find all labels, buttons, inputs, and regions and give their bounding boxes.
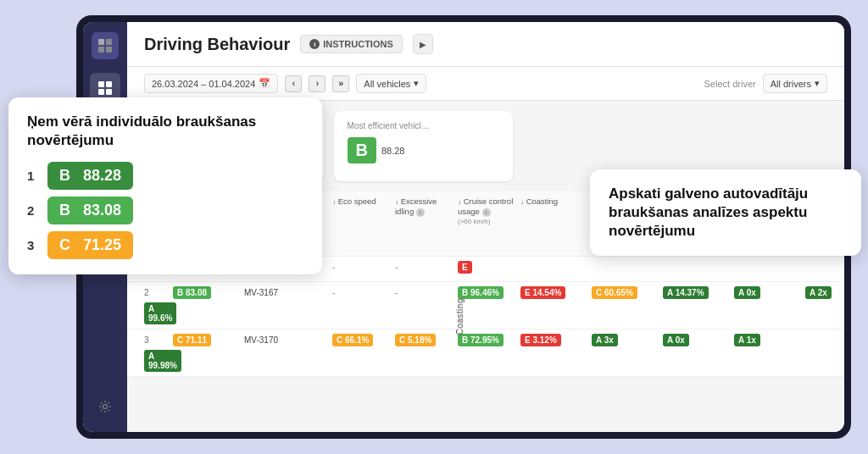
cell-score: B 83.08 (173, 286, 241, 299)
svg-rect-6 (98, 89, 104, 95)
efficient-grade-badge: B (348, 137, 376, 163)
cell-coasting: E 3.12% (520, 334, 588, 346)
sort-icon-cruise: ↓ (458, 198, 461, 206)
page-title: Driving Behaviour (144, 35, 290, 54)
rank-list: 1 B 88.28 2 B 83.08 3 C 71.25 (27, 162, 303, 259)
drivers-select[interactable]: All drivers ▾ (763, 74, 827, 93)
cell-idling: - (395, 263, 454, 272)
sidebar-logo (92, 32, 119, 59)
filter-bar: 26.03.2024 – 01.04.2024 📅 ‹ › » All vehi… (127, 67, 844, 101)
rank-item-1: 1 B 88.28 (27, 162, 303, 190)
cell-cruise: B 72.95% (458, 334, 517, 346)
col-coasting: ↓ Coasting (520, 197, 588, 226)
svg-rect-7 (106, 89, 112, 95)
date-range[interactable]: 26.03.2024 – 01.04.2024 📅 (144, 74, 278, 93)
tooltip-left: Ņem vērā individuālo braukšanas novērtēj… (8, 97, 322, 274)
svg-rect-2 (98, 47, 104, 53)
sidebar-icon-settings[interactable] (90, 391, 120, 422)
tooltip-right: Apskati galveno autovadītāju braukšanas … (590, 169, 861, 256)
cell-braking: C 60.65% (592, 286, 659, 299)
cell-green: A 2x (805, 286, 844, 299)
col-eco-speed: ↓ Eco speed (332, 197, 392, 226)
table-row[interactable]: 2 B 83.08 MV-3167 - - B 96.46% E 14.54% … (127, 282, 844, 329)
svg-rect-5 (106, 81, 112, 87)
table-row[interactable]: 3 C 71.11 MV-3170 C 66.1% C 5.18% B 72.9… (127, 329, 844, 377)
instructions-button[interactable]: i INSTRUCTIONS (300, 35, 403, 53)
chevron-down-icon-2: ▾ (815, 78, 820, 89)
cell-eco: C 66.1% (332, 334, 392, 346)
info-cruise-icon: i (482, 208, 491, 217)
col-cruise: ↓ Cruise control usage i (>60 km/h) (458, 197, 517, 226)
cell-eco: - (332, 263, 392, 272)
calendar-icon: 📅 (259, 78, 270, 89)
cell-coasting: E 14.54% (520, 286, 588, 299)
fast-forward-button[interactable]: » (332, 75, 349, 92)
sort-icon-idling: ↓ (395, 198, 398, 206)
cell-score: C 71.11 (173, 334, 241, 346)
play-button[interactable]: ▶ (413, 34, 433, 54)
cell-idling: - (395, 288, 454, 297)
cell-corner: A 1x (734, 334, 802, 346)
cell-vehicle: MV-3170 (244, 335, 329, 345)
next-button[interactable]: › (309, 75, 326, 92)
cell-cruise: E (458, 261, 517, 274)
vehicles-select[interactable]: All vehicles ▾ (356, 74, 426, 93)
rank-item-3: 3 C 71.25 (27, 231, 303, 259)
tooltip-right-heading: Apskati galveno autovadītāju braukšanas … (609, 185, 843, 241)
chevron-down-icon: ▾ (414, 78, 419, 89)
page-header: Driving Behaviour i INSTRUCTIONS ▶ (127, 22, 844, 67)
prev-button[interactable]: ‹ (285, 75, 302, 92)
info-icon: i (309, 39, 320, 49)
cell-vehicle: MV-3167 (244, 288, 329, 297)
cell-eco: - (332, 288, 392, 297)
svg-rect-0 (98, 39, 104, 45)
cell-accel: A 14.37% (663, 286, 731, 299)
coasting-label: Coasting (455, 298, 465, 335)
col-excessive-idling: ↓ Excessive idling i (395, 197, 454, 226)
rank-badge-2: B 83.08 (47, 197, 133, 224)
svg-point-10 (103, 405, 108, 409)
cell-speeding: A 99.98% (144, 350, 170, 372)
cell-rank: 2 (144, 288, 170, 297)
cell-accel: A 0x (663, 334, 731, 346)
cell-idling: C 5.18% (395, 334, 454, 346)
svg-rect-1 (106, 39, 112, 45)
cell-rank: 3 (144, 335, 170, 345)
svg-rect-3 (106, 47, 112, 53)
svg-rect-4 (98, 81, 104, 87)
tooltip-left-heading: Ņem vērā individuālo braukšanas novērtēj… (27, 113, 303, 150)
rank-badge-1: B 88.28 (47, 162, 133, 190)
cell-speeding: A 99.6% (144, 302, 170, 324)
efficient-vehicle-card: Most efficient vehicl… B 88.28 (334, 111, 514, 181)
sort-icon-coasting: ↓ (520, 198, 524, 206)
rank-badge-3: C 71.25 (47, 231, 133, 259)
info-idling-icon: i (416, 208, 425, 217)
cell-braking: A 3x (592, 334, 659, 346)
cell-cruise: B 96.46% (458, 286, 517, 299)
sort-icon-eco: ↓ (332, 198, 336, 206)
rank-item-2: 2 B 83.08 (27, 197, 303, 224)
cell-corner: A 0x (734, 286, 802, 299)
